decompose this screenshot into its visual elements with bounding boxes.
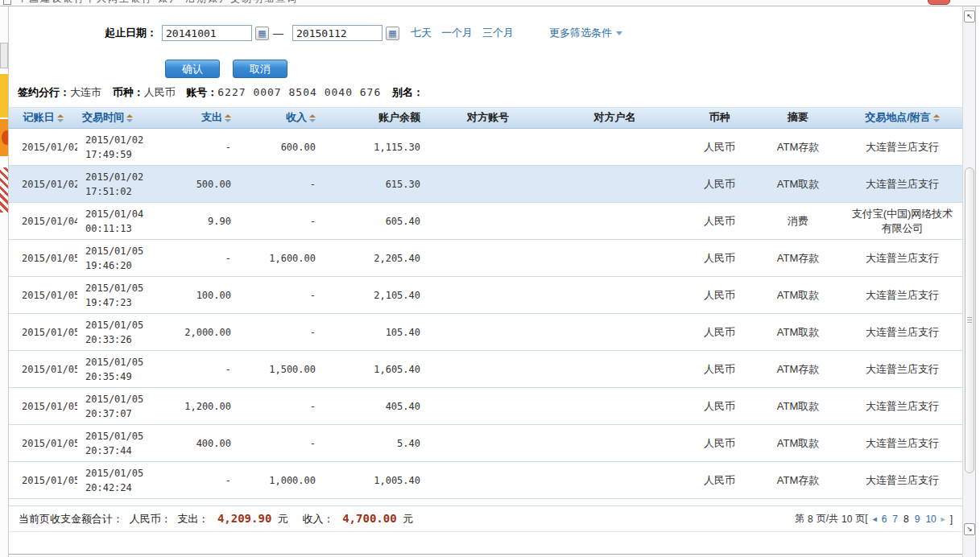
next-pages-icon[interactable]: ► <box>940 515 947 523</box>
cancel-button[interactable]: 取消 <box>233 60 287 78</box>
table-cell: 人民币 <box>685 314 754 351</box>
table-cell <box>544 277 685 314</box>
table-cell: ATM取款 <box>754 425 842 462</box>
column-header-10[interactable]: 交易地点/附言 <box>842 107 962 129</box>
table-cell: ATM存款 <box>754 129 842 166</box>
yellow-widget-icon[interactable] <box>0 74 8 118</box>
table-cell <box>544 203 685 240</box>
table-cell: ATM存款 <box>754 462 842 499</box>
pagination-page-link[interactable]: 7 <box>892 514 898 525</box>
close-button[interactable] <box>928 0 950 5</box>
table-cell <box>544 240 685 277</box>
pagination-page-link[interactable]: 9 <box>915 514 920 525</box>
column-header-4[interactable]: 收入 <box>242 107 327 129</box>
sort-arrows-icon <box>933 114 940 122</box>
table-cell: 消费 <box>754 203 842 240</box>
quick-range-7days-link[interactable]: 七天 <box>411 26 432 40</box>
date-range-label: 起止日期： <box>105 26 157 40</box>
confirm-button[interactable]: 确认 <box>165 60 220 78</box>
quick-range-3months-link[interactable]: 三个月 <box>482 26 514 40</box>
date-from-input[interactable] <box>162 25 252 41</box>
date-to-input[interactable] <box>292 25 382 41</box>
pagination-page-link[interactable]: 6 <box>882 514 887 525</box>
table-cell: 2015/01/05 <box>9 462 77 499</box>
page-totals: 当前页收支金额合计： 人民币： 支出： 4,209.90 元 收入： 4,700… <box>19 512 416 526</box>
table-cell: 2015/01/05 <box>9 240 77 277</box>
table-row[interactable]: 2015/01/052015/01/0520:42:24-1,000.001,0… <box>9 462 962 499</box>
chevron-down-icon <box>616 31 622 35</box>
table-cell: 2015/01/0520:42:24 <box>77 462 170 499</box>
column-header-5: 账户余额 <box>327 107 432 129</box>
orange-widget-icon[interactable] <box>0 119 8 156</box>
calendar-icon[interactable]: ▦ <box>255 27 269 40</box>
table-cell <box>544 351 685 388</box>
table-row[interactable]: 2015/01/052015/01/0520:33:262,000.00-105… <box>9 314 962 351</box>
more-filters-link[interactable]: 更多筛选条件 <box>549 26 622 40</box>
table-cell: 人民币 <box>685 388 754 425</box>
scroll-to-top-icon[interactable]: ↖ <box>964 10 975 23</box>
table-row[interactable]: 2015/01/052015/01/0519:47:23100.00-2,105… <box>9 277 962 314</box>
column-header-2[interactable]: 交易时间 <box>77 107 170 129</box>
table-cell <box>544 462 685 499</box>
quick-range-1month-link[interactable]: 一个月 <box>441 26 473 40</box>
date-range-separator: — <box>273 27 283 39</box>
sort-arrows-icon <box>225 114 231 122</box>
table-cell <box>544 314 685 351</box>
table-cell: - <box>242 388 327 425</box>
table-cell: 2015/01/0520:37:07 <box>77 388 170 425</box>
currency-value: 人民币 <box>144 86 176 98</box>
table-cell: 1,600.00 <box>242 240 327 277</box>
table-cell: 2015/01/05 <box>9 314 77 351</box>
table-row[interactable]: 2015/01/042015/01/0400:11:139.90-605.40人… <box>9 203 962 240</box>
table-cell: ATM取款 <box>754 277 842 314</box>
table-cell: 大连普兰店支行 <box>842 462 962 499</box>
table-cell <box>432 129 544 166</box>
calendar-icon[interactable]: ▦ <box>386 27 399 40</box>
table-row[interactable]: 2015/01/022015/01/0217:51:02500.00-615.3… <box>9 166 962 203</box>
table-cell: 人民币 <box>685 203 754 240</box>
table-cell: 5.40 <box>327 425 432 462</box>
account-number-value: 6227 0007 8504 0040 676 <box>217 86 381 98</box>
pagination-page-link[interactable]: 10 <box>925 514 936 525</box>
table-cell <box>432 314 544 351</box>
pagination-page-links: 678910 <box>882 514 937 525</box>
table-row[interactable]: 2015/01/052015/01/0520:37:44400.00-5.40人… <box>9 425 962 462</box>
alias-label: 别名： <box>392 86 424 98</box>
previous-pages-icon[interactable]: ◄ <box>871 515 879 523</box>
table-cell <box>432 203 544 240</box>
column-header-9: 摘要 <box>754 107 842 129</box>
table-cell: - <box>242 166 327 203</box>
transaction-table: 记账日交易时间支出收入账户余额对方账号对方户名币种摘要交易地点/附言 2015/… <box>9 106 962 499</box>
table-row[interactable]: 2015/01/052015/01/0520:37:071,200.00-405… <box>9 388 962 425</box>
table-cell <box>432 388 544 425</box>
red-widget-icon[interactable] <box>0 167 8 212</box>
table-cell: - <box>242 203 327 240</box>
table-cell: 2015/01/0519:47:23 <box>77 277 170 314</box>
table-cell: 人民币 <box>685 425 754 462</box>
column-header-3[interactable]: 支出 <box>170 107 242 129</box>
table-cell: - <box>170 240 242 277</box>
table-row[interactable]: 2015/01/022015/01/0217:49:59-600.001,115… <box>9 129 962 166</box>
date-filter-row: 起止日期： ▦ — ▦ 七天 一个月 三个月 更多筛选条件 <box>9 24 962 42</box>
table-cell: 2015/01/05 <box>9 425 77 462</box>
more-filters-label: 更多筛选条件 <box>549 26 612 40</box>
table-cell: 人民币 <box>685 277 754 314</box>
table-cell: - <box>242 314 327 351</box>
table-cell <box>432 240 544 277</box>
table-cell: 400.00 <box>170 425 242 462</box>
table-cell: 2015/01/05 <box>9 388 77 425</box>
table-row[interactable]: 2015/01/052015/01/0519:46:20-1,600.002,2… <box>9 240 962 277</box>
table-cell: ATM存款 <box>754 240 842 277</box>
vertical-scrollbar[interactable]: ↖ ↘ <box>962 6 976 557</box>
scroll-to-bottom-icon[interactable]: ↘ <box>964 523 975 535</box>
table-cell <box>432 166 544 203</box>
scrollbar-thumb[interactable] <box>965 167 974 473</box>
table-row[interactable]: 2015/01/052015/01/0520:35:49-1,500.001,6… <box>9 351 962 388</box>
table-cell: 1,005.40 <box>327 462 432 499</box>
pagination-current-number: 8 <box>808 514 813 525</box>
filter-buttons: 确认 取消 <box>165 60 287 78</box>
table-cell: 2,000.00 <box>170 314 242 351</box>
sort-arrows-icon <box>126 114 133 122</box>
account-number-label: 账号： <box>186 86 217 98</box>
column-header-1[interactable]: 记账日 <box>9 107 77 129</box>
